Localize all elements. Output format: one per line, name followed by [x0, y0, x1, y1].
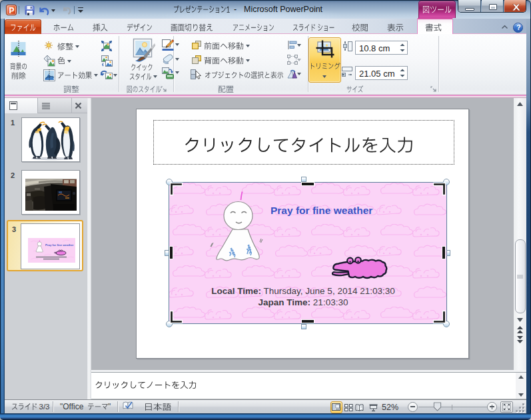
- svg-text:Pray for fine weather: Pray for fine weather: [45, 243, 74, 246]
